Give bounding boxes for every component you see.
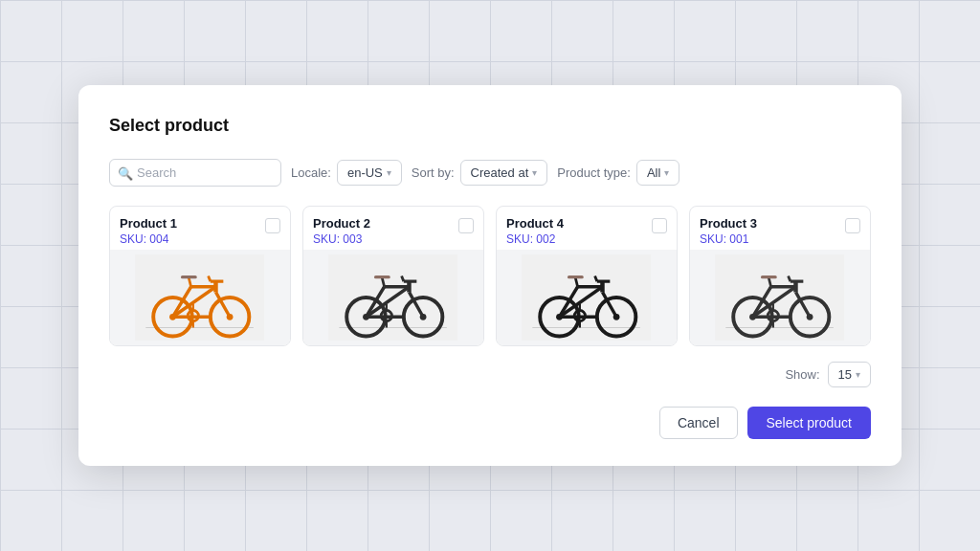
product-sku: SKU: 004	[120, 232, 177, 246]
product-card-header: Product 3 SKU: 001	[690, 207, 870, 250]
product-image	[497, 250, 677, 345]
select-product-button[interactable]: Select product	[747, 407, 872, 439]
product-image	[690, 250, 870, 345]
cancel-button[interactable]: Cancel	[659, 407, 738, 439]
locale-label: Locale:	[291, 165, 331, 180]
product-name: Product 1	[120, 216, 177, 231]
chevron-down-icon: ▾	[856, 369, 860, 380]
product-sku: SKU: 003	[313, 232, 370, 246]
chevron-down-icon: ▾	[387, 167, 391, 178]
products-grid: Product 1 SKU: 004	[109, 206, 871, 346]
product-checkbox[interactable]	[845, 218, 860, 233]
chevron-down-icon: ▾	[532, 167, 537, 178]
locale-filter-group: Locale: en-US ▾	[291, 160, 402, 186]
product-name: Product 2	[313, 216, 370, 231]
product-card-header: Product 4 SKU: 002	[497, 207, 677, 250]
product-card[interactable]: Product 2 SKU: 003	[302, 206, 484, 346]
sort-label: Sort by:	[412, 165, 455, 180]
product-info: Product 4 SKU: 002	[506, 216, 564, 246]
product-card-header: Product 2 SKU: 003	[303, 207, 483, 250]
type-select[interactable]: All ▾	[636, 160, 679, 186]
sort-select[interactable]: Created at ▾	[460, 160, 548, 186]
chevron-down-icon: ▾	[664, 167, 669, 178]
product-info: Product 2 SKU: 003	[313, 216, 370, 246]
product-checkbox[interactable]	[265, 218, 280, 233]
sort-filter-group: Sort by: Created at ▾	[412, 160, 548, 186]
search-input[interactable]	[109, 159, 281, 187]
product-image	[303, 250, 483, 345]
product-info: Product 3 SKU: 001	[700, 216, 757, 246]
product-checkbox[interactable]	[458, 218, 474, 233]
product-name: Product 3	[700, 216, 757, 231]
footer-buttons: Cancel Select product	[109, 407, 871, 439]
product-sku: SKU: 001	[700, 232, 757, 246]
select-product-modal: Select product 🔍 Locale: en-US ▾ Sort by…	[78, 85, 902, 466]
show-label: Show:	[785, 367, 819, 382]
product-name: Product 4	[506, 216, 564, 231]
locale-select[interactable]: en-US ▾	[337, 160, 402, 186]
product-card[interactable]: Product 3 SKU: 001	[689, 206, 871, 346]
product-sku: SKU: 002	[506, 232, 564, 246]
type-filter-group: Product type: All ▾	[557, 160, 679, 186]
toolbar: 🔍 Locale: en-US ▾ Sort by: Created at ▾ …	[109, 159, 871, 187]
modal-title: Select product	[109, 116, 871, 136]
product-card[interactable]: Product 4 SKU: 002	[496, 206, 678, 346]
product-card[interactable]: Product 1 SKU: 004	[109, 206, 291, 346]
search-wrapper: 🔍	[109, 159, 281, 187]
product-card-header: Product 1 SKU: 004	[110, 207, 290, 250]
pagination-row: Show: 15 ▾	[109, 362, 871, 387]
show-count-select[interactable]: 15 ▾	[828, 362, 871, 387]
product-checkbox[interactable]	[652, 218, 667, 233]
type-label: Product type:	[557, 165, 631, 180]
product-image	[110, 250, 290, 345]
product-info: Product 1 SKU: 004	[120, 216, 177, 246]
